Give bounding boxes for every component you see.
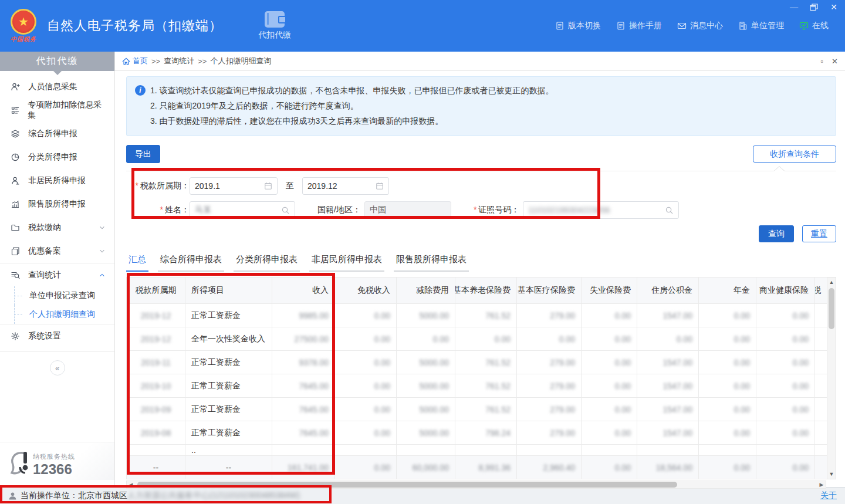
cell-免税收入: 0.00 — [335, 421, 397, 444]
online-icon — [799, 21, 809, 31]
panel-maximize-icon[interactable]: ▫ — [820, 57, 823, 66]
header-menu-label: 在线 — [812, 21, 829, 31]
sidebar-item-label: 综合所得申报 — [28, 128, 77, 139]
period-from-input[interactable]: 2019.1 — [190, 177, 278, 195]
cell-税款所属期: 2019-11 — [127, 351, 185, 374]
header-menu-item-manual[interactable]: 操作手册 — [616, 21, 662, 31]
sidebar-item-label: 专项附加扣除信息采集 — [28, 100, 106, 121]
restore-icon — [810, 4, 818, 11]
horizontal-scroll-thumb[interactable] — [137, 482, 677, 488]
vertical-scroll-thumb[interactable] — [829, 288, 834, 329]
sidebar-collapse-button[interactable]: « — [50, 360, 65, 376]
breadcrumb-item-query-stats[interactable]: 查询统计 — [164, 56, 194, 66]
current-unit-visible: 北京市西城区 — [78, 491, 127, 501]
cell-税款所属期: 税款所属期 — [127, 278, 185, 303]
cell-年金: 0.00 — [699, 351, 756, 374]
close-window-button[interactable]: ✕ — [829, 2, 839, 12]
cell-税: 税 — [815, 278, 827, 303]
sidebar-item-系统设置[interactable]: 系统设置 — [0, 324, 114, 348]
table-row: 2019-09正常工资薪金7645.000.005000.00761.52279… — [127, 398, 827, 421]
cell-年金: 年金 — [699, 278, 756, 303]
cell-免税收入: 0.00 — [335, 351, 397, 374]
cell-基本医疗保险费: 279.00 — [517, 374, 582, 397]
sidebar-item-人员信息采集[interactable]: 人员信息采集 — [0, 75, 114, 99]
panel-close-icon[interactable]: ✕ — [832, 57, 838, 66]
cell-所得项目: 正常工资薪金 — [185, 351, 272, 374]
cell-商业健康保险: 0.00 — [756, 421, 815, 444]
to-label: 至 — [286, 181, 294, 191]
scroll-up-icon[interactable]: ▲ — [827, 278, 836, 287]
cell-所得项目: -- — [185, 456, 272, 479]
header-tab-withholding[interactable]: 代扣代缴 — [249, 0, 300, 52]
scroll-right-icon[interactable]: ▶ — [817, 482, 826, 488]
horizontal-scrollbar[interactable]: ◀ ▶ — [126, 481, 826, 489]
scroll-left-icon[interactable]: ◀ — [127, 482, 135, 488]
query-button[interactable]: 查询 — [759, 225, 794, 242]
tab-分类所得申报表[interactable]: 分类所得申报表 — [234, 254, 300, 272]
emblem-caption: 中国税务 — [11, 35, 36, 43]
collapse-query-button[interactable]: 收折查询条件 — [753, 146, 836, 163]
sidebar-title: 代扣代缴 — [0, 52, 114, 71]
sidebar-item-非居民所得申报[interactable]: 非居民所得申报 — [0, 169, 114, 192]
cell-税 — [815, 421, 827, 444]
sidebar-item-label: 人员信息采集 — [28, 82, 77, 92]
cell-住房公积金: 1547.00 — [637, 351, 699, 374]
sidebar-item-查询统计[interactable]: 查询统计 — [0, 263, 114, 286]
sidebar-submenu: 单位申报记录查询个人扣缴明细查询 — [0, 286, 114, 324]
table-row: 2019-12正常工资薪金9985.000.005000.00761.52279… — [127, 304, 827, 327]
breadcrumb-home-link[interactable]: 首页 — [122, 56, 148, 66]
restore-button[interactable] — [809, 2, 819, 12]
notice-box: i 1. 该查询统计表仅能查询已申报成功的数据，不包含未申报、申报失败，已申报但… — [126, 76, 836, 136]
nationality-input: 中国 — [364, 201, 451, 219]
name-input[interactable]: 马某 — [190, 201, 295, 219]
sidebar-item-限售股所得申报[interactable]: 限售股所得申报 — [0, 192, 114, 216]
cell-失业保险费: 0.00 — [582, 398, 637, 421]
header-menu-label: 版本切换 — [568, 21, 601, 31]
header-menu-item-document[interactable]: 版本切换 — [555, 21, 601, 31]
cell-住房公积金: 1547.00 — [637, 398, 699, 421]
sidebar-subitem-单位申报记录查询[interactable]: 单位申报记录查询 — [0, 286, 114, 305]
sidebar-item-优惠备案[interactable]: 优惠备案 — [0, 239, 114, 263]
about-link[interactable]: 关于 — [820, 491, 837, 501]
sidebar-item-专项附加扣除信息采集[interactable]: 专项附加扣除信息采集 — [0, 99, 114, 122]
search-icon[interactable] — [281, 206, 290, 215]
cell-年金: 0.00 — [699, 327, 756, 350]
scroll-down-icon[interactable]: ▼ — [827, 469, 836, 479]
sidebar-subitem-个人扣缴明细查询[interactable]: 个人扣缴明细查询 — [0, 305, 114, 324]
cell-税款所属期: 2019-12 — [127, 304, 185, 327]
id-number-input[interactable]: 110102199304223456 — [523, 201, 679, 219]
calendar-icon[interactable] — [376, 182, 384, 190]
cell-减除费用: 5000.00 — [397, 351, 455, 374]
user-icon — [8, 492, 17, 500]
header-menu: 版本切换操作手册消息中心单位管理在线 — [555, 21, 829, 31]
minimize-button[interactable]: — — [789, 2, 799, 12]
header-menu-item-mail[interactable]: 消息中心 — [677, 21, 723, 31]
cell-免税收入: 0.00 — [335, 327, 397, 350]
reset-button[interactable]: 重置 — [802, 225, 836, 242]
cell-免税收入: 免税收入 — [335, 278, 397, 303]
tab-非居民所得申报表[interactable]: 非居民所得申报表 — [309, 254, 384, 272]
tab-综合所得申报表[interactable]: 综合所得申报表 — [158, 254, 224, 272]
vertical-scrollbar[interactable]: ▲ ▼ — [827, 277, 836, 479]
tab-限售股所得申报表[interactable]: 限售股所得申报表 — [394, 254, 469, 272]
period-to-input[interactable]: 2019.12 — [302, 177, 389, 195]
export-button[interactable]: 导出 — [126, 145, 160, 163]
search-list-icon — [11, 270, 21, 280]
cell-所得项目: 全年一次性奖金收入 — [185, 327, 272, 350]
cell-税款所属期: 2019-09 — [127, 398, 185, 421]
header-tab-label: 代扣代缴 — [258, 30, 291, 40]
header-menu-item-online[interactable]: 在线 — [799, 21, 829, 31]
hotline-caption: 纳税服务热线 — [33, 452, 75, 461]
sidebar-item-分类所得申报[interactable]: 分类所得申报 — [0, 146, 114, 169]
cell-住房公积金: 1547.00 — [637, 421, 699, 444]
table-row-partial: .. — [127, 445, 827, 456]
sidebar-item-综合所得申报[interactable]: 综合所得申报 — [0, 122, 114, 146]
sidebar-item-税款缴纳[interactable]: 税款缴纳 — [0, 216, 114, 239]
calendar-icon[interactable] — [264, 182, 272, 190]
search-icon[interactable] — [665, 206, 674, 215]
tab-汇总[interactable]: 汇总 — [126, 254, 148, 272]
cell-收入: 7645.00 — [272, 398, 335, 421]
header-menu-item-org[interactable]: 单位管理 — [738, 21, 784, 31]
cell-减除费用: 0.00 — [397, 327, 455, 350]
result-table-wrap: 税款所属期所得项目收入免税收入减除费用基本养老保险费基本医疗保险费失业保险费住房… — [126, 277, 836, 479]
